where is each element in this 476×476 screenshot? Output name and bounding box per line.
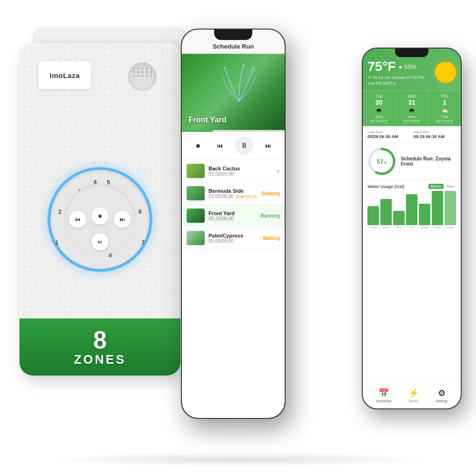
zone-time-1: 03:00/03:00 <box>208 171 272 177</box>
bar-5-10-label: 5-10 <box>422 226 427 229</box>
play-pause-button[interactable]: ⏯ <box>91 233 109 250</box>
zone-name-4: Palm/Cypress <box>208 233 259 238</box>
front-yard-label: Front Yard <box>188 116 227 124</box>
day-thu-icon: ⛅ <box>430 107 459 114</box>
chart-section: Water Usage (Gal) Month Day 4-10 4-22 <box>363 180 461 233</box>
zone-item-palm[interactable]: Palm/Cypress 00:00/09:00 Waiting <box>182 227 285 249</box>
next-button[interactable]: ⏭ <box>114 211 131 228</box>
day-wed-num: 31 <box>397 99 426 106</box>
sunrise-text: ☀ 06:44 AM <box>367 75 391 80</box>
bar-4-10-label: 4-10 <box>370 226 376 229</box>
bar-4-22-label: 4-22 <box>383 226 389 229</box>
phone1-device: Schedule Run Front Yard <box>181 29 286 419</box>
forecast-tue: Tue 30 🌧 60% 63°F/68°F <box>363 91 396 126</box>
day-wed-icon: 🌧 <box>397 107 426 114</box>
bar-4-22: 4-22 <box>380 191 392 229</box>
zone-1-label: 1 <box>55 239 59 246</box>
bottom-nav: 📅 Schedules ⚡ Zones ⚙ Settings <box>363 382 461 408</box>
day-thu-percent: 70% <box>430 115 459 119</box>
bar-5-10-fill <box>419 204 430 225</box>
day-forecast: Tue 30 🌧 60% 63°F/68°F Wed 31 🌧 88% 37°F… <box>363 90 461 126</box>
nav-zones[interactable]: ⚡ Zones <box>408 388 419 403</box>
zone-item-back-cactus[interactable]: Back Cactus 03:00/03:00 ✓ <box>182 160 285 182</box>
svg-point-0 <box>224 67 226 69</box>
nav-settings[interactable]: ⚙ Settings <box>436 388 447 403</box>
transport-prev[interactable]: ⏮ <box>213 139 227 152</box>
bar-4-10-fill <box>367 206 379 225</box>
zones-icon: ⚡ <box>408 388 419 398</box>
bar-5-19-label: 5-19 <box>435 226 440 229</box>
zones-label: ZONES <box>74 352 126 367</box>
zone-info-1: Back Cactus 03:00/03:00 <box>208 166 272 177</box>
zone-info-4: Palm/Cypress 00:00/09:00 <box>208 233 259 244</box>
sun-icon <box>435 62 456 83</box>
zone-item-bermuda[interactable]: Bermuda Side 03:00/06:00 Soak 00:25 Soak… <box>182 182 285 205</box>
control-ring: 4 5 6 7 8 1 2 3 ■ ⏮ ⏭ ⏯ <box>48 167 152 272</box>
transport-next[interactable]: ⏭ <box>262 139 275 152</box>
next-run-value: 05-29 06:30 AM <box>414 134 456 139</box>
phone2-notch <box>395 49 428 57</box>
bar-5-1-label: 5-1 <box>397 226 401 229</box>
bar-5-28: 5-28 <box>445 191 456 229</box>
bar-5-19-fill <box>432 191 443 225</box>
prev-button[interactable]: ⏮ <box>69 211 86 228</box>
bar-4-22-fill <box>380 199 392 225</box>
location-text: one Rd GMT-4 <box>367 81 425 86</box>
run-info: Last Run 05/29 06:30 AM Next Run 05-29 0… <box>363 126 461 143</box>
chart-tab-month[interactable]: Month <box>428 184 444 189</box>
settings-label: Settings <box>436 399 447 403</box>
chart-tabs: Month Day <box>428 184 456 189</box>
zone-thumb-2 <box>187 186 205 200</box>
temp-humidity-row: 75°F ● 55% <box>367 59 425 74</box>
zone-time-3: 00:25/06:00 <box>208 216 257 221</box>
bar-5-10: 5-10 <box>419 191 430 229</box>
schedule-title: Schedule Run <box>213 43 254 50</box>
brand-name: ImoLaza <box>50 71 80 79</box>
day-wed-name: Wed <box>397 94 426 99</box>
day-tue-icon: 🌧 <box>365 107 393 114</box>
progress-percent: 57% <box>377 158 387 165</box>
zone-2-label: 2 <box>58 208 61 215</box>
transport-stop[interactable]: ■ <box>191 139 205 152</box>
schedule-run-name: Schedule Run: Zoysia Front <box>401 156 456 167</box>
last-run-col: Last Run 05/29 06:30 AM <box>367 130 410 139</box>
zones-nav-label: Zones <box>409 399 418 403</box>
ctrl-inner: ■ ⏮ ⏭ ⏯ <box>64 184 136 255</box>
forecast-wed: Wed 31 🌧 88% 37°F/55°F <box>396 91 428 126</box>
zone-thumb-3 <box>187 208 205 223</box>
schedules-icon: 📅 <box>378 388 389 398</box>
phone1-screen: Schedule Run Front Yard <box>182 30 285 418</box>
circle-progress: 57% <box>367 147 396 176</box>
zone-item-front-yard[interactable]: Front Yard 00:25/06:00 Running <box>182 205 285 227</box>
transport-pause[interactable]: ⏸ <box>235 137 253 155</box>
next-run-label: Next Run <box>414 130 456 134</box>
day-tue-temps: 63°F/68°F <box>365 119 393 123</box>
scene: ImoLaza 4 5 6 7 8 1 2 3 ■ ⏮ <box>0 0 476 476</box>
svg-point-1 <box>243 65 245 67</box>
chart-title: Water Usage (Gal) <box>367 184 404 189</box>
bar-chart: 4-10 4-22 5-1 5-7 <box>367 191 456 229</box>
bar-5-7-fill <box>406 194 417 225</box>
zone-status-2: Soaking <box>261 191 280 196</box>
chart-header: Water Usage (Gal) Month Day <box>367 184 456 189</box>
zone-thumb-1 <box>187 164 205 178</box>
zone-name-2: Bermuda Side <box>208 188 258 194</box>
weather-temp-section: 75°F ● 55% ☀ 06:44 AM Sunset 07:16 PM on… <box>367 59 425 86</box>
day-tue-percent: 60% <box>365 115 393 119</box>
chart-tab-day[interactable]: Day <box>445 184 456 189</box>
phone2-device: 75°F ● 55% ☀ 06:44 AM Sunset 07:16 PM on… <box>362 48 462 409</box>
zone-thumb-4 <box>187 231 205 245</box>
bar-5-7-label: 5-7 <box>410 226 414 229</box>
nav-schedules[interactable]: 📅 Schedules <box>376 388 392 403</box>
stop-button[interactable]: ■ <box>91 208 109 225</box>
zone-time-4: 00:00/09:00 <box>208 238 259 244</box>
day-thu-num: 1 <box>430 99 459 106</box>
zone-name-3: Front Yard <box>208 210 257 216</box>
bar-5-7: 5-7 <box>406 191 417 229</box>
controller-device: ImoLaza 4 5 6 7 8 1 2 3 ■ ⏮ <box>19 43 200 405</box>
speaker-dots <box>129 63 156 81</box>
day-tue-num: 30 <box>365 99 393 106</box>
day-wed-percent: 88% <box>397 115 426 119</box>
last-run-label: Last Run <box>367 130 410 134</box>
zone-list: Back Cactus 03:00/03:00 ✓ Bermuda Side 0… <box>182 160 285 249</box>
